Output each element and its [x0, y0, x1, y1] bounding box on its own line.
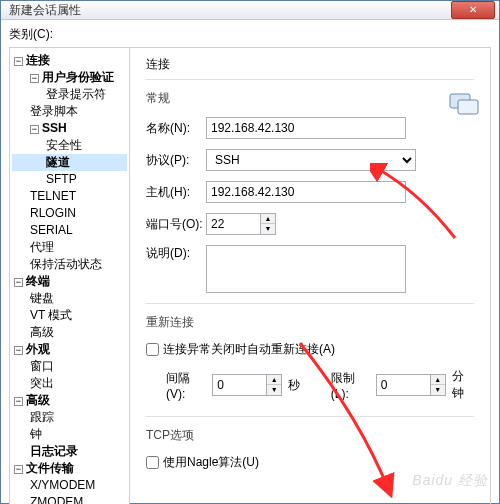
- dialog-window: 新建会话属性 ✕ 类别(C): −连接 −用户身份验证 登录提示符 登录脚本 −…: [0, 0, 500, 504]
- tree-login-prompt[interactable]: 登录提示符: [12, 86, 127, 103]
- window-title: 新建会话属性: [9, 2, 451, 19]
- tree-keyboard[interactable]: 键盘: [12, 290, 127, 307]
- port-input[interactable]: [206, 213, 261, 235]
- tree-advanced[interactable]: −高级: [12, 392, 127, 409]
- limit-label: 限制(L):: [331, 370, 370, 401]
- interval-spinner[interactable]: ▲▼: [267, 374, 282, 396]
- tree-vt[interactable]: VT 模式: [12, 307, 127, 324]
- section-general: 常规: [146, 90, 474, 107]
- settings-panel: 连接 常规 名称(N): 协议(P): SSH 主机(H):: [130, 48, 490, 504]
- category-label: 类别(C):: [9, 26, 491, 43]
- limit-unit: 分钟: [452, 368, 474, 402]
- tree-auth[interactable]: −用户身份验证: [12, 69, 127, 86]
- category-tree[interactable]: −连接 −用户身份验证 登录提示符 登录脚本 −SSH 安全性 隧道 SFTP …: [10, 48, 130, 504]
- tree-login-script[interactable]: 登录脚本: [12, 103, 127, 120]
- reconnect-label: 连接异常关闭时自动重新连接(A): [163, 341, 335, 358]
- watermark: Baidu 经验: [412, 472, 488, 490]
- name-label: 名称(N):: [146, 120, 206, 137]
- port-spinner[interactable]: ▲▼: [261, 213, 276, 235]
- tree-zmodem[interactable]: ZMODEM: [12, 494, 127, 504]
- protocol-label: 协议(P):: [146, 152, 206, 169]
- tree-bell[interactable]: 钟: [12, 426, 127, 443]
- session-icon: [448, 88, 480, 120]
- tree-trace[interactable]: 跟踪: [12, 409, 127, 426]
- tree-telnet[interactable]: TELNET: [12, 188, 127, 205]
- chevron-up-icon: ▲: [261, 214, 275, 224]
- collapse-icon[interactable]: −: [30, 74, 39, 83]
- tree-filetransfer[interactable]: −文件传输: [12, 460, 127, 477]
- limit-input[interactable]: [376, 374, 431, 396]
- tree-logging[interactable]: 日志记录: [12, 443, 127, 460]
- section-reconnect: 重新连接: [146, 314, 474, 331]
- collapse-icon[interactable]: −: [14, 278, 23, 287]
- tree-terminal[interactable]: −终端: [12, 273, 127, 290]
- reconnect-checkbox[interactable]: [146, 343, 159, 356]
- panel-title: 连接: [146, 56, 474, 73]
- desc-textarea[interactable]: [206, 245, 406, 293]
- tree-sftp[interactable]: SFTP: [12, 171, 127, 188]
- port-label: 端口号(O):: [146, 216, 206, 233]
- close-icon[interactable]: ✕: [451, 1, 495, 19]
- tree-keepalive[interactable]: 保持活动状态: [12, 256, 127, 273]
- collapse-icon[interactable]: −: [14, 465, 23, 474]
- protocol-select[interactable]: SSH: [206, 149, 416, 171]
- divider: [146, 416, 474, 417]
- interval-label: 间隔(V):: [166, 370, 206, 401]
- desc-label: 说明(D):: [146, 245, 206, 262]
- tree-security[interactable]: 安全性: [12, 137, 127, 154]
- tree-tunnel[interactable]: 隧道: [12, 154, 127, 171]
- tree-connection[interactable]: −连接: [12, 52, 127, 69]
- tree-window-sub[interactable]: 窗口: [12, 358, 127, 375]
- collapse-icon[interactable]: −: [14, 346, 23, 355]
- tree-serial[interactable]: SERIAL: [12, 222, 127, 239]
- nagle-label: 使用Nagle算法(U): [163, 454, 259, 471]
- tree-highlight[interactable]: 突出: [12, 375, 127, 392]
- interval-unit: 秒: [288, 377, 300, 394]
- nagle-checkbox[interactable]: [146, 456, 159, 469]
- host-input[interactable]: [206, 181, 406, 203]
- tree-xymodem[interactable]: X/YMODEM: [12, 477, 127, 494]
- chevron-down-icon: ▼: [261, 224, 275, 234]
- name-input[interactable]: [206, 117, 406, 139]
- dialog-body: 类别(C): −连接 −用户身份验证 登录提示符 登录脚本 −SSH 安全性 隧…: [1, 20, 499, 504]
- tree-appearance[interactable]: −外观: [12, 341, 127, 358]
- collapse-icon[interactable]: −: [14, 397, 23, 406]
- svg-rect-1: [458, 100, 478, 114]
- divider: [146, 79, 474, 80]
- collapse-icon[interactable]: −: [30, 125, 39, 134]
- tree-proxy[interactable]: 代理: [12, 239, 127, 256]
- collapse-icon[interactable]: −: [14, 57, 23, 66]
- titlebar[interactable]: 新建会话属性 ✕: [1, 1, 499, 20]
- annotation-arrow-icon: [290, 338, 410, 498]
- tree-adv-term[interactable]: 高级: [12, 324, 127, 341]
- host-label: 主机(H):: [146, 184, 206, 201]
- divider: [146, 303, 474, 304]
- limit-spinner[interactable]: ▲▼: [431, 374, 446, 396]
- content-area: −连接 −用户身份验证 登录提示符 登录脚本 −SSH 安全性 隧道 SFTP …: [9, 47, 491, 504]
- interval-input[interactable]: [212, 374, 267, 396]
- tree-ssh[interactable]: −SSH: [12, 120, 127, 137]
- section-tcp: TCP选项: [146, 427, 474, 444]
- tree-rlogin[interactable]: RLOGIN: [12, 205, 127, 222]
